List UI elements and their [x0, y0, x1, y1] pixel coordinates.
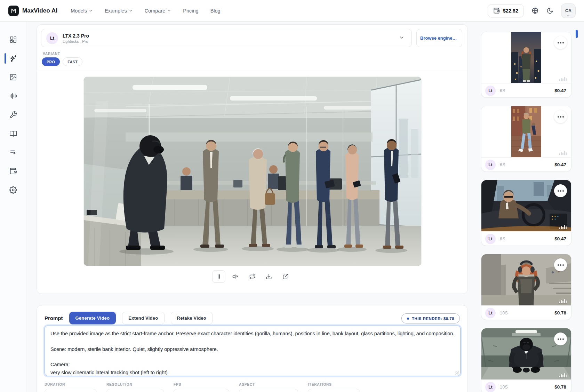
sidebar-item-queue[interactable] [0, 145, 26, 159]
prompt-header: Prompt Generate Video Extend Video Retak… [45, 312, 213, 325]
prompt-panel: Prompt Generate Video Extend Video Retak… [37, 305, 468, 392]
render-history-list: Lt 6S $0.47 [481, 32, 571, 392]
playlist-play-icon [9, 149, 17, 156]
duration-label: 10S [500, 311, 508, 315]
divider [37, 70, 467, 70]
variant-chip-pro[interactable]: PRO [42, 57, 60, 66]
sidebar-item-dashboard[interactable] [0, 33, 26, 47]
open-external-button[interactable] [279, 270, 292, 283]
card-footer: Lt 6S $0.47 [481, 231, 571, 246]
iterations-select[interactable] [308, 389, 360, 392]
card-footer: Lt 10S $0.78 [481, 305, 571, 320]
video-preview[interactable] [84, 77, 421, 266]
brand-name[interactable]: MaxVideo AI [22, 7, 57, 14]
field-label: ITERATIONS [308, 383, 360, 386]
price-label: $0.78 [554, 384, 566, 390]
repeat-icon [249, 273, 255, 280]
pause-button[interactable] [212, 270, 225, 283]
ellipsis-icon [558, 264, 564, 266]
card-menu-button[interactable] [554, 110, 567, 123]
language-globe-button[interactable] [531, 7, 539, 14]
brand-logo-icon[interactable] [8, 6, 19, 16]
fps-select[interactable] [174, 389, 229, 392]
download-icon [266, 273, 272, 280]
video-thumbnail-headphones-girl[interactable] [481, 254, 571, 305]
card-menu-button[interactable] [554, 258, 567, 271]
engine-badge: Lt [485, 86, 496, 96]
sidebar-item-image[interactable] [0, 70, 26, 84]
aspect-select[interactable] [239, 389, 298, 392]
levels-icon [559, 76, 567, 81]
engine-badge: Lt [485, 308, 496, 318]
engine-badge: Lt [485, 382, 496, 392]
history-card[interactable]: Lt 6S $0.47 [481, 106, 571, 172]
teller-figure [268, 165, 279, 189]
resolution-select[interactable] [106, 389, 164, 392]
card-menu-button[interactable] [554, 184, 567, 197]
bank-queue-scene [84, 77, 421, 266]
chevron-down-icon [567, 14, 570, 17]
history-card[interactable]: Lt 10S $0.78 [481, 254, 571, 320]
history-card[interactable]: Lt 6S $0.47 [481, 180, 571, 246]
video-thumbnail-street-walk[interactable] [481, 106, 571, 157]
waveform-icon [9, 92, 17, 100]
wallet-icon [493, 7, 500, 14]
duration-label: 10S [500, 385, 508, 390]
download-button[interactable] [262, 270, 275, 283]
ellipsis-icon [558, 42, 564, 43]
video-thumbnail-gorilla-room[interactable] [481, 328, 571, 379]
globe-icon [531, 7, 539, 14]
mute-button[interactable] [229, 270, 242, 283]
nav-blog[interactable]: Blog [210, 8, 221, 14]
variant-chip-fast[interactable]: FAST [63, 57, 82, 66]
history-card[interactable]: Lt 10S $0.78 [481, 328, 571, 392]
card-footer: Lt 10S $0.78 [481, 379, 571, 392]
avatar-initials: CA [565, 8, 571, 13]
nav-compare[interactable]: Compare [145, 8, 171, 14]
extend-video-button[interactable]: Extend Video [122, 312, 164, 325]
video-thumbnail-car-driver[interactable] [481, 180, 571, 231]
account-avatar-button[interactable]: CA [561, 3, 576, 18]
sidebar-item-billing[interactable] [0, 164, 26, 178]
card-menu-button[interactable] [554, 333, 567, 345]
video-thumbnail-rooftop-dusk[interactable] [481, 32, 571, 83]
field-fps: FPS [174, 383, 229, 392]
chevron-down-icon [89, 9, 93, 13]
prompt-textarea[interactable]: Use the provided image as the strict sta… [45, 326, 461, 376]
app-root: MaxVideo AI Models Examples Compare Pric… [0, 0, 584, 392]
nav-pricing[interactable]: Pricing [183, 8, 198, 14]
sidebar-item-tools[interactable] [0, 108, 26, 122]
nav-examples[interactable]: Examples [105, 8, 133, 14]
duration-select[interactable] [45, 389, 97, 392]
generate-video-button[interactable]: Generate Video [69, 312, 116, 325]
volume-muted-icon [232, 273, 239, 280]
loop-button[interactable] [246, 270, 259, 283]
left-icon-rail [0, 22, 26, 392]
field-resolution: RESOLUTION [106, 383, 164, 392]
price-label: $0.47 [554, 236, 566, 241]
retake-video-button[interactable]: Retake Video [171, 312, 213, 325]
dark-mode-button[interactable] [546, 7, 553, 14]
history-scrollbar-thumb[interactable] [576, 30, 578, 38]
nav-models[interactable]: Models [71, 8, 93, 14]
sidebar-item-library[interactable] [0, 127, 26, 141]
sidebar-item-generate[interactable] [0, 51, 26, 65]
teller-figure [181, 167, 192, 192]
sidebar-item-settings[interactable] [0, 183, 26, 197]
duration-label: 6S [500, 237, 505, 241]
wrench-icon [9, 111, 17, 119]
history-card[interactable]: Lt 6S $0.47 [481, 32, 571, 98]
price-label: $0.78 [554, 310, 566, 315]
wallet-balance-button[interactable]: $22.82 [488, 4, 524, 17]
variant-row: PRO FAST [42, 57, 82, 66]
field-iterations: ITERATIONS [308, 383, 360, 392]
wallet-balance: $22.82 [503, 8, 518, 14]
engine-selector[interactable]: Lt LTX 2.3 Pro Lightricks - Pro [41, 29, 412, 47]
primary-nav: Models Examples Compare Pricing Blog [71, 8, 220, 14]
price-label: $0.47 [554, 88, 566, 93]
book-open-icon [9, 130, 17, 137]
card-menu-button[interactable] [554, 36, 567, 49]
navbar-actions: $22.82 CA [488, 3, 576, 18]
sidebar-item-audio[interactable] [0, 89, 26, 103]
browse-engines-button[interactable]: Browse engines... [416, 29, 462, 47]
